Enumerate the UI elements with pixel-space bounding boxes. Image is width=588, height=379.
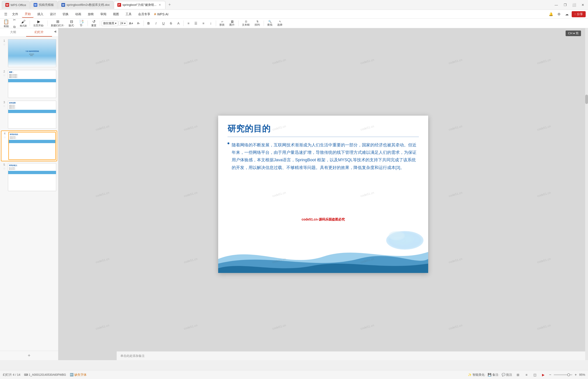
view-normal-button[interactable]: ⊞: [515, 371, 521, 378]
word-icon: W: [61, 3, 65, 7]
wps-ai-menu[interactable]: A WPS AI: [154, 12, 168, 16]
menu-vip[interactable]: 会员专享: [135, 11, 153, 17]
restore-button[interactable]: ❐: [562, 2, 568, 8]
sort-button[interactable]: ⇅ 排列·: [253, 20, 262, 27]
font-warning[interactable]: 🔤 缺失字体: [70, 373, 86, 377]
shadow-button[interactable]: A: [175, 20, 182, 27]
watermark-4: code51.cn: [404, 28, 507, 105]
tab-word[interactable]: W springbootf8m2v数据库文档.doc: [58, 1, 113, 9]
align-left-button[interactable]: ≡: [185, 20, 192, 27]
add-slide-button[interactable]: +: [0, 351, 58, 360]
start-from-button[interactable]: ▶ 当页开始·: [31, 20, 46, 27]
title-bar: W WPS Office W 找稿壳模板 W springbootf8m2v数据…: [0, 0, 588, 10]
slide-star-3[interactable]: ☆: [3, 104, 6, 108]
italic-button[interactable]: I: [152, 20, 160, 27]
share-button[interactable]: ↑ 分享: [572, 11, 586, 17]
find-icon: W: [34, 3, 37, 7]
watermark-0: code51.cn: [58, 28, 154, 105]
font-name-select[interactable]: 微软雅黑 ▾: [101, 21, 118, 26]
zoom-out-button[interactable]: −: [549, 373, 551, 377]
sidebar-tab-outline[interactable]: 大纲: [0, 28, 26, 37]
comment-button[interactable]: 💬 批注: [502, 373, 512, 377]
view-play-button[interactable]: ▶: [540, 371, 547, 378]
zoom-in-button[interactable]: +: [575, 373, 577, 377]
view-outline-button[interactable]: ≡: [523, 371, 530, 378]
backup-button[interactable]: 💾 备注·: [488, 373, 499, 377]
bold-button[interactable]: B: [145, 20, 152, 27]
layout-button[interactable]: ⊟ 版式·: [67, 20, 76, 27]
zoom-slider[interactable]: [554, 374, 572, 375]
cloud-upload-icon[interactable]: ☁: [564, 11, 570, 17]
tab-wps[interactable]: W WPS Office: [2, 1, 30, 9]
font-size-select[interactable]: 24 ▾: [118, 21, 127, 26]
sidebar-tab-slides[interactable]: 幻灯片: [26, 28, 52, 37]
ch-input-mode-button[interactable]: CH ♦ 简: [566, 31, 581, 36]
slide-star-1[interactable]: ☆: [3, 43, 6, 46]
reset-icon: ↺: [92, 19, 95, 24]
textbox-label: 文本框·: [242, 23, 250, 27]
slide-title: 研究的目的: [228, 123, 271, 134]
notification-icon[interactable]: 🔔: [548, 11, 554, 17]
line-spacing-button[interactable]: ↕: [207, 20, 214, 27]
smart-beautify-button[interactable]: ✨ 智能美化·: [468, 373, 485, 377]
slide-star-4[interactable]: ☆: [3, 136, 6, 139]
select-button[interactable]: ↖ 选择·: [275, 20, 285, 27]
menu-transition[interactable]: 切换: [60, 11, 71, 17]
slide-item-3[interactable]: 3 ☆ 研究背景 背景文字行... 背景文字行... 背景文字行...: [1, 100, 57, 130]
align-center-button[interactable]: ☰: [192, 20, 200, 27]
menu-design[interactable]: 设计: [47, 11, 59, 17]
watermark-6: code51.cn: [58, 84, 154, 171]
hamburger-menu-button[interactable]: ☰: [2, 11, 9, 17]
slide-item-4[interactable]: 4 ☆ 研究的目的 目的文字行... 目的文字行...: [1, 130, 57, 161]
slide-note-area[interactable]: 单击此处添加备注: [117, 351, 588, 360]
menu-home[interactable]: 开始: [22, 11, 34, 18]
menu-animation[interactable]: 动画: [72, 11, 84, 17]
separator-4: [100, 20, 100, 26]
align-right-button[interactable]: ≡: [200, 20, 207, 27]
scroll-thumb[interactable]: [585, 95, 588, 104]
vertical-scrollbar[interactable]: [585, 28, 588, 360]
cut-button[interactable]: ✂: [11, 16, 18, 23]
slide-item-5[interactable]: 5 ☆ 研究的意义 意义文字行... 意义文字行...: [1, 162, 57, 192]
menu-tools[interactable]: 工具: [123, 11, 134, 17]
separator-1: [30, 20, 30, 26]
image-button[interactable]: 🖼 图片·: [228, 20, 237, 27]
slide-canvas[interactable]: 研究的目的 随着网络的不断发展，互联网技术渐渐成为人们生活中重要的一部分，国家的…: [218, 116, 428, 273]
new-slide-label: 新建幻灯片·: [51, 24, 64, 27]
new-slide-button[interactable]: ⊞ 新建幻灯片·: [49, 20, 66, 27]
slide-panel: 1 ☆ "力炫"健身馆管理系统 指导老师： 研究： 2 ☆: [0, 37, 58, 351]
maximize-button[interactable]: ⬜: [571, 2, 577, 8]
shape-button[interactable]: ▱ 形状·: [218, 20, 227, 27]
tab-ppt[interactable]: P springboot"力炫"健身馆... ✕: [114, 1, 166, 9]
section-button[interactable]: 📑 节·: [77, 20, 86, 27]
sidebar-collapse-button[interactable]: ◀: [52, 28, 58, 37]
slide-star-5[interactable]: ☆: [3, 167, 6, 170]
settings-icon[interactable]: ⚙: [556, 11, 562, 17]
find-button[interactable]: 🔍 查找·: [265, 20, 275, 27]
paste-button[interactable]: 📋 粘贴: [2, 18, 11, 29]
zoom-slider-thumb[interactable]: [567, 373, 570, 376]
reset-button[interactable]: ↺ 重置: [89, 20, 99, 27]
menu-slideshow[interactable]: 放映: [85, 11, 97, 17]
slide-page-info: 幻灯片 4 / 14: [3, 373, 20, 377]
view-grid-button[interactable]: ◫: [531, 371, 538, 378]
strikethrough-button[interactable]: S: [168, 20, 175, 27]
section-label: 节·: [80, 24, 83, 27]
minimize-button[interactable]: —: [553, 2, 559, 8]
content-area[interactable]: code51.cn code51.cn code51.cn code51.cn …: [58, 28, 588, 360]
slide-star-2[interactable]: ☆: [3, 74, 6, 77]
font-decrease-button[interactable]: A-: [135, 20, 142, 27]
slide-item-2[interactable]: 2 ☆ 摘要： 摘要文字内容行... 摘要文字内容行... 摘要文字内容行...: [1, 69, 57, 99]
tab-close-button[interactable]: ✕: [158, 3, 162, 7]
font-increase-button[interactable]: A+: [128, 20, 135, 27]
close-button[interactable]: ✕: [580, 2, 586, 8]
textbox-button[interactable]: ⊡ 文本框·: [240, 20, 252, 27]
menu-review[interactable]: 审阅: [98, 11, 109, 17]
menu-view[interactable]: 视图: [110, 11, 122, 17]
format-painter-button[interactable]: 🖌 格式刷: [18, 19, 28, 28]
underline-button[interactable]: U: [160, 20, 167, 27]
menu-insert[interactable]: 插入: [34, 11, 46, 17]
tab-find[interactable]: W 找稿壳模板: [30, 1, 57, 9]
add-tab-button[interactable]: +: [166, 1, 173, 8]
slide-item-1[interactable]: 1 ☆ "力炫"健身馆管理系统 指导老师： 研究：: [1, 38, 57, 68]
